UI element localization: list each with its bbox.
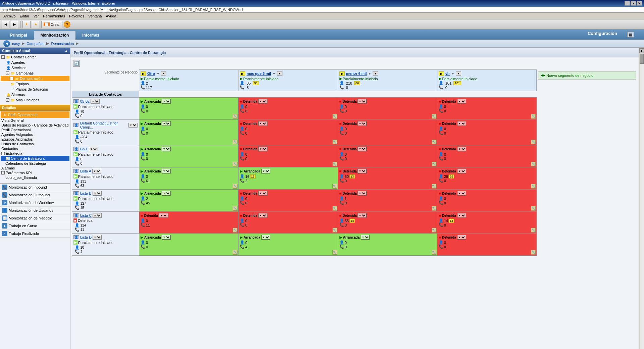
- seg-menor6mil-dropdown[interactable]: ▾: [373, 71, 378, 76]
- cell-tool-4-3[interactable]: 🔧: [531, 206, 536, 211]
- contact-dropdown-5[interactable]: ▾: [93, 213, 102, 218]
- seg-vlr-name[interactable]: vlr: [445, 71, 450, 76]
- cell-dropdown-0-1[interactable]: ▾: [258, 99, 267, 104]
- cell-tool-3-3[interactable]: 🔧: [531, 184, 536, 189]
- cell-dropdown-4-0[interactable]: ▾: [162, 191, 171, 196]
- forward-button[interactable]: ▶: [11, 21, 18, 28]
- tree-demostracion[interactable]: - 📁 Demostración: [1, 76, 69, 81]
- tree-mas-opciones[interactable]: + 📁 Más Opciones: [1, 97, 69, 103]
- cell-tool-4-1[interactable]: 🔧: [332, 206, 337, 211]
- filter-vlr-icon[interactable]: ▼: [451, 72, 454, 76]
- list-icon-2[interactable]: 👤: [73, 147, 79, 151]
- tree-servicios[interactable]: 👤 Servicios: [1, 65, 69, 70]
- cell-dropdown-6-1[interactable]: ▾: [261, 235, 270, 240]
- detalles-agentes-asignados[interactable]: Agentes Asignados: [1, 132, 69, 137]
- breadcrumb-campanas[interactable]: Campañas: [26, 42, 44, 46]
- cell-tool-4-2[interactable]: 🔧: [432, 206, 436, 211]
- cell-dropdown-5-0[interactable]: ▾: [159, 213, 168, 218]
- cell-dropdown-2-2[interactable]: ▾: [358, 147, 367, 151]
- contact-dropdown-6[interactable]: ▾: [93, 235, 102, 240]
- cell-dropdown-5-3[interactable]: ▾: [457, 213, 466, 218]
- detalles-lucro[interactable]: Lucro_por_llamada: [1, 175, 69, 180]
- cell-tool-2-1[interactable]: 🔧: [332, 162, 337, 166]
- btn-monitorizacion-negocio[interactable]: 📊 Monitorización de Negocio: [0, 214, 70, 222]
- breadcrumb-demo[interactable]: Demostración: [51, 42, 74, 46]
- url-bar[interactable]: http://demo8dec13/AuSupervisorWebApp/Pag…: [0, 7, 644, 13]
- detalles-vista-general[interactable]: Vista General: [1, 118, 69, 123]
- new-segment-button[interactable]: ✚ Nuevo segmento de negocio: [538, 71, 636, 80]
- contact-dropdown-3[interactable]: ▾: [92, 169, 101, 173]
- cell-tool-0-3[interactable]: 🔧: [531, 114, 536, 119]
- detalles-centro-estrategia[interactable]: 📊 Centro de Estrategia: [1, 156, 69, 161]
- detalles-datos-negocio[interactable]: Datos de Negocio - Campos de Actividad: [1, 123, 69, 128]
- cell-tool-4-0[interactable]: 🔧: [233, 206, 237, 211]
- cell-tool-6-1[interactable]: 🔧: [332, 250, 337, 255]
- seg-mas6mil-dropdown[interactable]: ▾: [277, 71, 282, 76]
- seg-vlr-icon[interactable]: ▶: [439, 71, 444, 76]
- seg-menor6mil-icon[interactable]: ▶: [339, 71, 345, 76]
- detalles-parametros[interactable]: - Parámetros KPI: [1, 170, 69, 175]
- cell-dropdown-2-3[interactable]: ▾: [457, 147, 466, 151]
- contexto-collapse[interactable]: ▲: [64, 49, 68, 53]
- expand-demostracion[interactable]: -: [10, 77, 13, 80]
- cell-dropdown-6-3[interactable]: ▾: [457, 235, 466, 240]
- contact-dropdown-2[interactable]: ▾: [89, 147, 98, 151]
- cell-tool-0-2[interactable]: 🔧: [432, 114, 436, 119]
- nav-extra-button[interactable]: ▦: [627, 32, 634, 38]
- cell-dropdown-0-3[interactable]: ▾: [457, 99, 466, 104]
- expand-parametros[interactable]: -: [1, 171, 5, 174]
- cell-dropdown-3-1[interactable]: ▾: [261, 169, 270, 173]
- menu-archivo[interactable]: Archivo: [1, 13, 18, 19]
- tree-contact-center[interactable]: - 📁 Contact Center: [1, 54, 69, 60]
- cell-tool-2-0[interactable]: 🔧: [233, 162, 237, 166]
- btn-monitorizacion-outbound[interactable]: 📞 Monitorización Outbound: [0, 191, 70, 199]
- contact-list-link-4[interactable]: Lista B: [80, 191, 92, 195]
- cell-dropdown-4-3[interactable]: ▾: [457, 191, 466, 196]
- breadcrumb-easy[interactable]: easy: [12, 42, 20, 46]
- cell-dropdown-3-0[interactable]: ▾: [162, 169, 171, 173]
- cell-dropdown-5-1[interactable]: ▾: [258, 213, 267, 218]
- cell-tool-5-1[interactable]: 🔧: [332, 228, 337, 233]
- cell-tool-1-3[interactable]: 🔧: [531, 140, 536, 144]
- contact-dropdown-1[interactable]: ▾: [128, 123, 138, 128]
- cell-tool-0-0[interactable]: 🔧: [233, 114, 237, 119]
- cell-tool-5-2[interactable]: 🔧: [432, 228, 436, 233]
- grid-container[interactable]: 🔄 Segmento de Negocio ▶ Otro ▼ ▾: [70, 57, 639, 349]
- menu-favoritos[interactable]: Favoritos: [67, 13, 86, 19]
- tree-agentes[interactable]: 👤 Agentes: [1, 60, 69, 65]
- menu-ventana[interactable]: Ventana: [86, 13, 104, 19]
- cell-dropdown-5-2[interactable]: ▾: [358, 213, 367, 218]
- expand-campanas[interactable]: -: [6, 71, 9, 75]
- seg-vlr-dropdown[interactable]: ▾: [456, 71, 461, 76]
- scroll-thumb[interactable]: [640, 54, 644, 64]
- cell-tool-6-0[interactable]: 🔧: [233, 250, 237, 255]
- tree-campanas[interactable]: - 📁 Campañas: [1, 70, 69, 76]
- cell-dropdown-1-0[interactable]: ▾: [162, 121, 171, 126]
- cell-tool-6-2[interactable]: 🔧: [432, 250, 436, 255]
- cell-tool-5-3[interactable]: 🔧: [531, 228, 536, 233]
- cell-dropdown-0-0[interactable]: ▾: [162, 99, 171, 104]
- cell-tool-3-0[interactable]: 🔧: [233, 184, 237, 189]
- contact-list-link-6[interactable]: Lista D: [80, 235, 92, 239]
- cell-tool-0-1[interactable]: 🔧: [332, 114, 337, 119]
- cell-tool-1-2[interactable]: 🔧: [432, 140, 436, 144]
- tab-principal[interactable]: Principal: [3, 31, 34, 40]
- cell-dropdown-0-2[interactable]: ▾: [358, 99, 367, 104]
- menu-ver[interactable]: Ver: [31, 13, 41, 19]
- list-icon-6[interactable]: 👤: [73, 235, 79, 239]
- help-button[interactable]: ?: [64, 21, 70, 28]
- filter-mas6mil-icon[interactable]: ▼: [272, 72, 276, 76]
- expand-estrategia[interactable]: -: [1, 152, 5, 155]
- filter-otro-icon[interactable]: ▼: [156, 72, 160, 76]
- cell-dropdown-3-2[interactable]: ▾: [358, 169, 367, 173]
- tree-equipos[interactable]: 📁 Equipos: [1, 81, 69, 87]
- btn-monitorizacion-inbound[interactable]: 📞 Monitorización Inbound: [0, 184, 70, 191]
- detalles-equipos-asignados[interactable]: Equipos Asignados: [1, 137, 69, 142]
- seg-otro-icon[interactable]: ▶: [141, 71, 146, 76]
- tab-monitorizacion[interactable]: Monitorización: [34, 31, 76, 40]
- minimize-button[interactable]: _: [625, 1, 630, 6]
- menu-ayuda[interactable]: Ayuda: [104, 13, 118, 19]
- cell-tool-2-3[interactable]: 🔧: [531, 162, 536, 166]
- menu-herramientas[interactable]: Herramientas: [41, 13, 67, 19]
- btn-trabajo-curso[interactable]: ▶ Trabajo en Curso: [0, 222, 70, 230]
